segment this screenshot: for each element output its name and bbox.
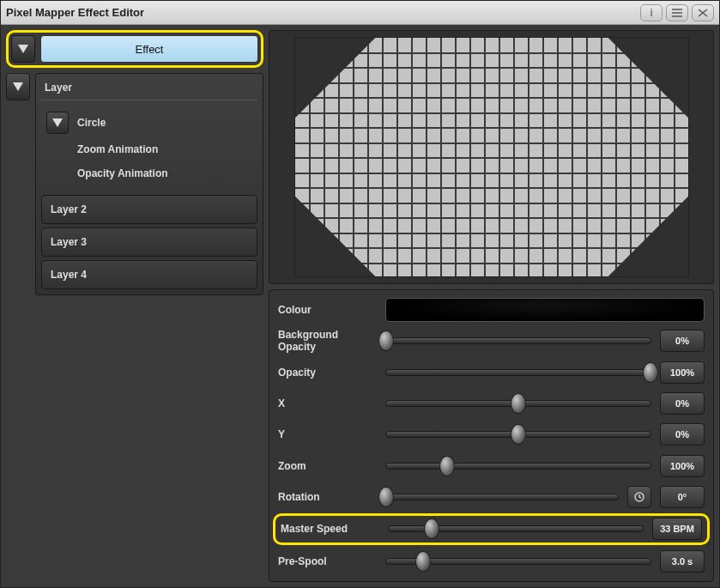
layer1-expand-toggle[interactable] — [6, 73, 30, 100]
param-pre-spool-label: Pre-Spool — [278, 555, 377, 567]
y-thumb[interactable] — [511, 424, 526, 445]
param-y-label: Y — [278, 428, 377, 440]
effect-expand-toggle[interactable] — [11, 35, 35, 63]
element-label: Circle — [77, 117, 106, 129]
param-colour-label: Colour — [278, 304, 377, 316]
param-bg-opacity: Background Opacity 0% — [278, 328, 705, 354]
element-expand-toggle[interactable] — [46, 112, 69, 134]
master-speed-thumb[interactable] — [424, 518, 439, 539]
layer4-item[interactable]: Layer 4 — [41, 260, 257, 289]
param-colour: Colour — [278, 297, 705, 323]
effect-button[interactable]: Effect — [40, 35, 258, 63]
close-button[interactable] — [692, 4, 714, 21]
pre-spool-thumb[interactable] — [415, 551, 431, 572]
zoom-slider[interactable] — [385, 463, 651, 470]
y-value[interactable]: 0% — [660, 423, 705, 446]
param-x: X 0% — [278, 391, 705, 416]
app-window: Pixel Mapper Effect Editor i Effect — [0, 0, 720, 588]
params-panel: Colour Background Opacity 0% Opacity 100… — [269, 289, 714, 582]
y-slider[interactable] — [385, 431, 651, 438]
param-master-speed-label: Master Speed — [281, 523, 379, 535]
rotation-slider[interactable] — [385, 494, 619, 500]
colour-swatch[interactable] — [385, 298, 705, 322]
param-rotation-label: Rotation — [278, 491, 377, 503]
element-row[interactable]: Circle — [46, 109, 257, 136]
layer1-subgroup: Circle Zoom Animation Opacity Animation — [46, 109, 257, 185]
titlebar: Pixel Mapper Effect Editor i — [1, 1, 719, 25]
layer2-item[interactable]: Layer 2 — [41, 195, 257, 224]
rotation-value[interactable]: 0° — [660, 486, 705, 508]
preview-frame — [269, 30, 714, 284]
param-y: Y 0% — [278, 421, 705, 447]
content-area: Effect Layer Circle — [1, 25, 719, 587]
param-x-label: X — [278, 397, 377, 409]
menu-button[interactable] — [666, 4, 688, 21]
x-thumb[interactable] — [511, 393, 526, 414]
param-pre-spool: Pre-Spool 3.0 s — [278, 549, 705, 574]
animation-zoom[interactable]: Zoom Animation — [46, 138, 257, 161]
param-rotation: Rotation 0° — [278, 484, 705, 510]
window-title: Pixel Mapper Effect Editor — [6, 6, 637, 19]
zoom-thumb[interactable] — [439, 456, 455, 476]
rotation-thumb[interactable] — [378, 487, 394, 507]
layer1-header[interactable]: Layer — [41, 79, 257, 100]
zoom-value[interactable]: 100% — [660, 455, 705, 477]
x-value[interactable]: 0% — [660, 392, 705, 415]
effect-row-highlight: Effect — [6, 30, 263, 68]
right-panel: Colour Background Opacity 0% Opacity 100… — [269, 30, 714, 582]
opacity-thumb[interactable] — [643, 362, 658, 383]
pre-spool-value[interactable]: 3.0 s — [660, 550, 705, 573]
param-master-speed-highlight: Master Speed 33 BPM — [273, 513, 710, 545]
rotation-clock-button[interactable] — [627, 486, 651, 508]
x-slider[interactable] — [385, 400, 651, 407]
opacity-value[interactable]: 100% — [660, 361, 705, 384]
opacity-slider[interactable] — [385, 369, 651, 376]
master-speed-value[interactable]: 33 BPM — [652, 518, 702, 540]
param-opacity-label: Opacity — [278, 367, 377, 379]
param-bg-opacity-label: Background Opacity — [278, 329, 377, 353]
param-zoom-label: Zoom — [278, 460, 377, 472]
bg-opacity-thumb[interactable] — [378, 330, 394, 351]
param-opacity: Opacity 100% — [278, 360, 705, 385]
param-zoom: Zoom 100% — [278, 452, 705, 478]
effect-button-label: Effect — [135, 43, 163, 56]
sidebar: Effect Layer Circle — [6, 30, 263, 582]
info-button[interactable]: i — [640, 4, 663, 21]
preview-grid — [294, 37, 689, 277]
layer1-block: Layer Circle Zoom Animation Opacity Anim… — [35, 73, 263, 295]
animation-opacity[interactable]: Opacity Animation — [46, 162, 257, 185]
bg-opacity-slider[interactable] — [385, 337, 651, 344]
layer3-item[interactable]: Layer 3 — [41, 227, 257, 257]
pre-spool-slider[interactable] — [385, 558, 651, 565]
master-speed-slider[interactable] — [388, 525, 644, 532]
bg-opacity-value[interactable]: 0% — [660, 330, 705, 352]
